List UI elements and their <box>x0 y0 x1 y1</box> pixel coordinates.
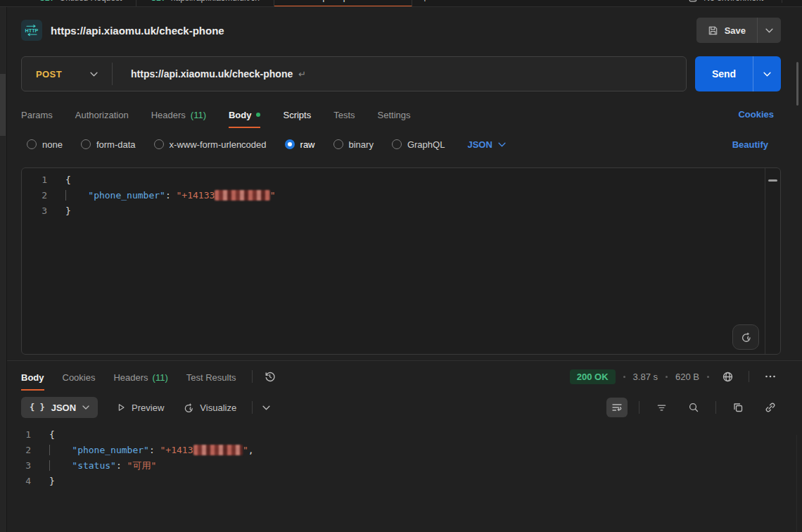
language-selector[interactable]: JSON <box>467 139 505 150</box>
search-response-button[interactable] <box>683 398 704 417</box>
preview-button[interactable]: Preview <box>116 403 164 413</box>
radio-none[interactable]: none <box>27 139 63 150</box>
preview-label: Preview <box>132 403 164 413</box>
code-line[interactable]: 2 "phone_number": "+14133××××××××××" <box>22 188 780 203</box>
filter-button[interactable] <box>651 398 672 417</box>
visualize-sparkle-icon <box>182 402 194 414</box>
beautify-link[interactable]: Beautify <box>732 139 768 150</box>
code-line: 1 { <box>0 427 802 443</box>
response-headers-count: (11) <box>153 372 168 383</box>
workspace-tab-label: https://api.xiaomu.uk/c <box>313 0 397 2</box>
workspace-tab-get-request[interactable]: GET https://api.xiaomu.uk/ch <box>136 0 274 7</box>
method-selector[interactable]: POST <box>22 69 112 80</box>
json-braces-icon: { } <box>30 403 45 412</box>
method-post-label: POST <box>288 0 307 1</box>
environment-quick-look-icon <box>688 0 698 3</box>
network-info-button[interactable] <box>717 367 738 386</box>
dot-separator <box>707 376 709 378</box>
response-tab-body[interactable]: Body <box>21 363 44 391</box>
radio-icon <box>27 139 37 149</box>
tab-body[interactable]: Body <box>229 101 261 128</box>
response-format-selector[interactable]: { } JSON <box>21 397 98 418</box>
environment-selector[interactable]: No environment <box>688 0 782 3</box>
response-time[interactable]: 3.87 s <box>633 372 658 382</box>
collapsed-sidebar[interactable] <box>0 7 7 532</box>
return-key-icon: ↵ <box>298 69 306 80</box>
tab-tests[interactable]: Tests <box>333 101 355 128</box>
request-body-editor[interactable]: 1 { 2 "phone_number": "+14133××××××××××"… <box>21 167 781 355</box>
ellipsis-icon <box>765 374 776 379</box>
tab-settings[interactable]: Settings <box>378 101 411 128</box>
tab-authorization[interactable]: Authorization <box>75 101 129 128</box>
save-button[interactable]: Save <box>696 18 757 43</box>
save-options-button[interactable] <box>757 18 781 43</box>
status-badge[interactable]: 200 OK <box>570 369 616 384</box>
radio-icon <box>154 139 164 149</box>
tab-scripts[interactable]: Scripts <box>283 101 311 128</box>
send-options-button[interactable] <box>753 56 781 91</box>
body-type-row: none form-data x-www-form-urlencoded raw… <box>0 129 802 159</box>
wrap-text-button[interactable] <box>606 398 628 417</box>
page-scrollbar[interactable] <box>796 62 798 106</box>
chevron-down-icon <box>82 405 89 410</box>
code-text: "phone_number": "+14133××××××××××" <box>65 188 275 203</box>
method-get-label: GET <box>151 0 165 2</box>
tab-params[interactable]: Params <box>21 101 53 128</box>
send-button[interactable]: Send <box>695 56 753 91</box>
response-meta: 200 OK 3.87 s 620 B <box>570 367 781 386</box>
code-text: "status": "可用" <box>49 458 156 474</box>
radio-label: GraphQL <box>407 139 445 150</box>
code-text: } <box>65 203 71 219</box>
workspace-tab-label: https://api.xiaomu.uk/ch <box>171 0 260 3</box>
radio-raw[interactable]: raw <box>285 139 315 150</box>
postbot-button[interactable] <box>732 324 759 350</box>
filter-icon <box>656 403 667 413</box>
code-line[interactable]: 1 { <box>22 172 780 188</box>
url-value: https://api.xiaomu.uk/check-phone <box>131 68 293 80</box>
workspace-tab-label: Untitled Request <box>60 0 122 3</box>
format-label: JSON <box>51 403 76 413</box>
chevron-down-icon <box>498 142 506 147</box>
line-number: 2 <box>22 188 47 203</box>
copy-icon <box>732 402 744 413</box>
tab-label: Tests <box>333 110 355 120</box>
new-tab-button[interactable]: + <box>412 0 438 4</box>
cookies-link[interactable]: Cookies <box>738 109 774 120</box>
response-history-button[interactable] <box>260 367 281 386</box>
response-tab-cookies[interactable]: Cookies <box>63 363 96 391</box>
response-size[interactable]: 620 B <box>675 372 699 382</box>
radio-label: binary <box>349 139 374 150</box>
radio-graphql[interactable]: GraphQL <box>392 139 445 150</box>
workspace-tab-active[interactable]: POST https://api.xiaomu.uk/c <box>274 0 412 7</box>
sidebar-handle[interactable] <box>0 74 6 136</box>
tab-label: Cookies <box>63 372 96 383</box>
editor-scrollbar-thumb[interactable] <box>768 179 777 182</box>
response-tab-test-results[interactable]: Test Results <box>186 363 236 391</box>
visualize-button[interactable]: Visualize <box>182 402 236 414</box>
radio-label: none <box>42 139 63 150</box>
radio-form-data[interactable]: form-data <box>81 139 136 150</box>
method-get-label: GET <box>39 0 54 2</box>
divider <box>252 401 253 414</box>
code-line[interactable]: 3 } <box>22 203 780 219</box>
wrap-text-icon <box>611 402 623 413</box>
workspace-tab-untitled[interactable]: GET Untitled Request <box>25 0 136 7</box>
tab-label: Scripts <box>283 110 311 120</box>
radio-binary[interactable]: binary <box>333 139 374 150</box>
response-scrollbar[interactable] <box>796 435 802 532</box>
copy-link-button[interactable] <box>760 398 781 417</box>
radio-x-www-form-urlencoded[interactable]: x-www-form-urlencoded <box>154 139 267 150</box>
link-icon <box>765 402 776 413</box>
app-window: GET Untitled Request GET https://api.xia… <box>0 0 802 532</box>
code-text: "phone_number": "+1413×××××××××", <box>49 443 254 458</box>
line-number: 1 <box>22 172 47 188</box>
tab-label: Settings <box>378 110 411 120</box>
response-tab-headers[interactable]: Headers (11) <box>113 363 167 391</box>
tab-headers[interactable]: Headers (11) <box>151 101 206 128</box>
response-tools <box>606 398 781 417</box>
url-input[interactable]: https://api.xiaomu.uk/check-phone ↵ <box>113 68 686 80</box>
more-views-button[interactable] <box>262 405 270 410</box>
copy-response-button[interactable] <box>727 398 749 417</box>
editor-scrollbar[interactable] <box>765 168 780 354</box>
more-options-button[interactable] <box>760 367 781 386</box>
